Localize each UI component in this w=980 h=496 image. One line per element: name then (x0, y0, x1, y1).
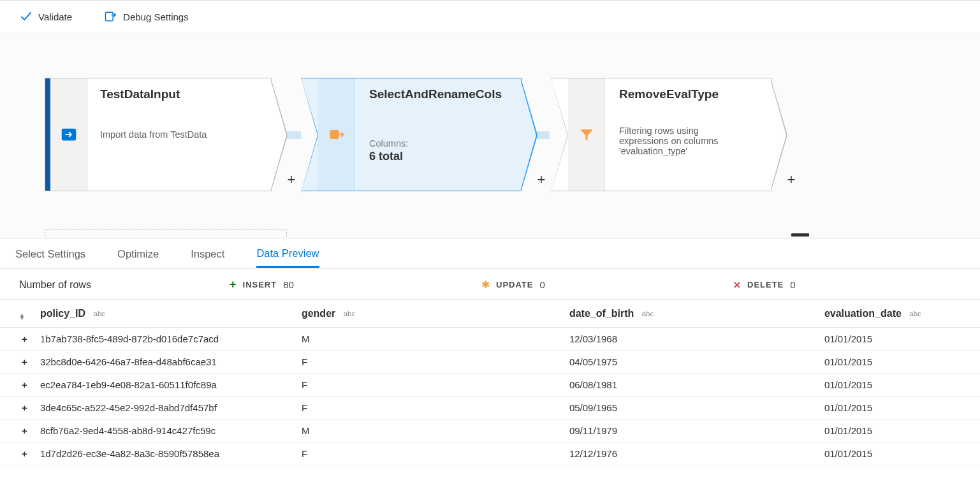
validate-button[interactable]: Validate (19, 10, 72, 23)
check-icon (19, 10, 32, 23)
cell-evaluation-date: 01/01/2015 (819, 328, 980, 351)
column-type-badge: abc (642, 310, 654, 317)
cell-gender: F (296, 397, 564, 419)
node-notch (551, 78, 567, 193)
table-body: +1b7ab738-8fc5-489d-872b-d016de7c7acdM12… (0, 328, 980, 465)
cell-gender: F (296, 442, 564, 465)
top-toolbar: Validate Debug Settings (0, 0, 980, 33)
column-type-badge: abc (909, 310, 921, 317)
node-description: Import data from TestData (100, 129, 207, 140)
number-of-rows-label: Number of rows (19, 279, 230, 291)
node-sub-label: Columns: (369, 138, 408, 149)
table-row[interactable]: +8cfb76a2-9ed4-4558-ab8d-914c427fc59cM09… (0, 419, 980, 442)
node-title: RemoveEvalType (619, 87, 747, 101)
star-icon: ✱ (481, 279, 490, 291)
stat-delete-label: DELETE (747, 280, 784, 289)
row-insert-indicator: + (0, 374, 35, 397)
add-node-button[interactable]: + (534, 173, 549, 188)
row-insert-indicator: + (0, 419, 35, 442)
cell-policy-id: 8cfb76a2-9ed4-4558-ab8d-914c427fc59c (35, 419, 296, 442)
delete-icon: ✕ (733, 280, 741, 290)
column-header-policy-id[interactable]: policy_ID abc (35, 300, 296, 328)
filter-icon (578, 126, 595, 143)
cell-evaluation-date: 01/01/2015 (819, 351, 980, 374)
table-row[interactable]: +ec2ea784-1eb9-4e08-82a1-60511f0fc89aF06… (0, 374, 980, 397)
row-insert-indicator: + (0, 397, 35, 419)
node-title: TestDataInput (100, 87, 207, 101)
column-header-evaluation-date[interactable]: evaluation_date abc (819, 300, 980, 328)
tab-select-settings[interactable]: Select Settings (15, 248, 85, 266)
column-header-gender[interactable]: gender abc (296, 300, 564, 328)
svg-rect-2 (330, 130, 339, 139)
stat-update-value: 0 (539, 279, 545, 290)
sort-icon: ▲▼ (19, 314, 25, 320)
stat-delete: ✕ DELETE 0 (733, 279, 796, 290)
column-type-badge: abc (344, 310, 356, 317)
debug-settings-label: Debug Settings (123, 11, 189, 22)
node-icon-column (50, 78, 87, 191)
tab-data-preview[interactable]: Data Preview (256, 247, 319, 268)
stat-delete-value: 0 (790, 279, 795, 290)
panel-resize-grip[interactable] (791, 233, 809, 237)
column-header-label: gender (302, 308, 335, 319)
node-description: Filtering rows using expressions on colu… (619, 126, 747, 156)
flow-node-source[interactable]: TestDataInput Import data from TestData … (45, 78, 272, 191)
column-header-label: date_of_birth (569, 308, 634, 319)
add-node-button[interactable]: + (784, 173, 799, 188)
svg-rect-0 (106, 12, 113, 20)
table-header-row: ▲▼ policy_ID abc gender abc date_of_birt… (0, 300, 980, 328)
debug-settings-icon (104, 10, 117, 23)
node-notch (301, 78, 318, 193)
cell-gender: F (296, 351, 564, 374)
column-header-label: evaluation_date (824, 308, 902, 319)
cell-policy-id: 3de4c65c-a522-45e2-992d-8abd7df457bf (35, 397, 296, 419)
data-preview-table: ▲▼ policy_ID abc gender abc date_of_birt… (0, 299, 980, 465)
cell-date-of-birth: 12/12/1976 (564, 442, 819, 465)
column-header-date-of-birth[interactable]: date_of_birth abc (564, 300, 819, 328)
table-row[interactable]: +3de4c65c-a522-45e2-992d-8abd7df457bfF05… (0, 397, 980, 419)
stat-update: ✱ UPDATE 0 (481, 279, 733, 291)
add-node-button[interactable]: + (284, 173, 299, 188)
column-type-badge: abc (94, 310, 106, 317)
source-icon (59, 125, 78, 144)
cell-gender: M (296, 328, 564, 351)
node-sub-value: 6 total (369, 150, 502, 163)
table-row[interactable]: +1b7ab738-8fc5-489d-872b-d016de7c7acdM12… (0, 328, 980, 351)
cell-date-of-birth: 06/08/1981 (564, 374, 819, 397)
column-sort[interactable]: ▲▼ (0, 300, 35, 328)
stat-insert-label: INSERT (243, 280, 277, 289)
cell-policy-id: ec2ea784-1eb9-4e08-82a1-60511f0fc89a (35, 374, 296, 397)
table-row[interactable]: +32bc8d0e-6426-46a7-8fea-d48abf6cae31F04… (0, 351, 980, 374)
plus-icon: + (230, 278, 237, 291)
cell-gender: M (296, 419, 564, 442)
flow-row: TestDataInput Import data from TestData … (45, 78, 772, 191)
row-insert-indicator: + (0, 328, 35, 351)
column-header-label: policy_ID (40, 308, 85, 319)
cell-evaluation-date: 01/01/2015 (819, 397, 980, 419)
row-insert-indicator: + (0, 442, 35, 465)
debug-settings-button[interactable]: Debug Settings (104, 10, 189, 23)
cell-policy-id: 1b7ab738-8fc5-489d-872b-d016de7c7acd (35, 328, 296, 351)
stat-insert-value: 80 (283, 279, 294, 290)
validate-label: Validate (38, 11, 72, 22)
table-row[interactable]: +1d7d2d26-ec3e-4a82-8a3c-8590f57858eaF12… (0, 442, 980, 465)
cell-evaluation-date: 01/01/2015 (819, 442, 980, 465)
cell-evaluation-date: 01/01/2015 (819, 374, 980, 397)
row-insert-indicator: + (0, 351, 35, 374)
tab-inspect[interactable]: Inspect (191, 248, 224, 266)
cell-date-of-birth: 05/09/1965 (564, 397, 819, 419)
node-accent-stripe (45, 78, 50, 191)
flow-node-select[interactable]: SelectAndRenameCols Columns: 6 total + (301, 78, 522, 191)
cell-date-of-birth: 04/05/1975 (564, 351, 819, 374)
tab-optimize[interactable]: Optimize (117, 248, 159, 266)
node-icon-column (318, 78, 355, 191)
cell-policy-id: 32bc8d0e-6426-46a7-8fea-d48abf6cae31 (35, 351, 296, 374)
flow-canvas[interactable]: TestDataInput Import data from TestData … (0, 33, 980, 238)
cell-gender: F (296, 374, 564, 397)
flow-node-filter[interactable]: RemoveEvalType Filtering rows using expr… (551, 78, 772, 191)
node-placeholder[interactable] (45, 229, 287, 238)
stat-insert: + INSERT 80 (230, 278, 481, 291)
cell-date-of-birth: 09/11/1979 (564, 419, 819, 442)
cell-evaluation-date: 01/01/2015 (819, 419, 980, 442)
panel-tabs: Select Settings Optimize Inspect Data Pr… (0, 238, 980, 269)
